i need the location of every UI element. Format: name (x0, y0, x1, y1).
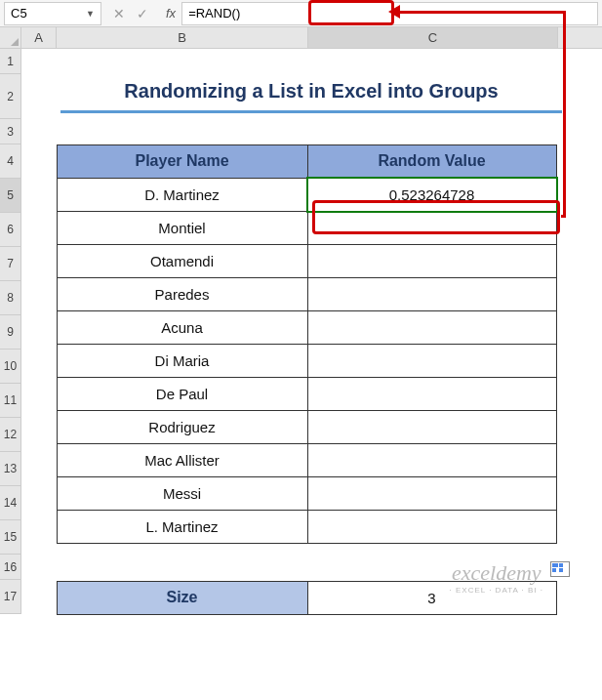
formula-bar: C5 ▼ ✕ ✓ fx =RAND() (0, 0, 602, 27)
column-headers: A B C (0, 27, 602, 49)
table-row: De Paul (57, 377, 556, 410)
formula-icon-group: ✕ ✓ (101, 6, 160, 21)
row-header[interactable]: 4 (0, 144, 21, 179)
col-header-c[interactable]: C (308, 27, 558, 48)
row-header[interactable]: 6 (0, 213, 21, 247)
data-table: Player Name Random Value D. Martinez 0.5… (57, 144, 556, 543)
cell-player[interactable]: Otamendi (57, 244, 308, 278)
table-row: Paredes (57, 277, 556, 310)
cell-random[interactable] (307, 377, 557, 411)
size-label[interactable]: Size (57, 581, 308, 615)
cell-player[interactable]: L. Martinez (57, 510, 308, 544)
row-header[interactable]: 14 (0, 486, 21, 520)
row-header[interactable]: 7 (0, 247, 21, 281)
spreadsheet-grid: 1 2 3 4 5 6 7 8 9 10 11 12 13 14 15 16 1… (0, 49, 602, 614)
cell-player[interactable]: Rodriguez (57, 410, 308, 444)
cell-random[interactable] (307, 310, 557, 345)
annotation-arrow-head (388, 5, 400, 19)
cell-player[interactable]: De Paul (57, 377, 308, 411)
table-row: Di Maria (57, 344, 556, 377)
cell-player[interactable]: Paredes (57, 277, 308, 311)
cell-random[interactable] (307, 277, 557, 311)
cell-random[interactable] (307, 244, 557, 278)
cell-reference: C5 (11, 6, 27, 21)
row-header[interactable]: 9 (0, 315, 21, 350)
cells-area[interactable]: Randomizing a List in Excel into Groups … (21, 49, 602, 614)
cell-random[interactable] (307, 211, 557, 245)
table-row: Rodriguez (57, 410, 556, 443)
table-row: Montiel (57, 211, 556, 244)
page-title: Randomizing a List in Excel into Groups (60, 80, 562, 113)
row-header[interactable]: 1 (0, 49, 21, 74)
cancel-icon[interactable]: ✕ (113, 6, 125, 21)
select-all-button[interactable] (0, 27, 21, 48)
cell-player[interactable]: Acuna (57, 310, 308, 345)
row-header[interactable]: 3 (0, 119, 21, 144)
table-row: Messi (57, 476, 556, 510)
cell-player[interactable]: Di Maria (57, 344, 308, 378)
chevron-down-icon[interactable]: ▼ (86, 9, 95, 19)
header-player[interactable]: Player Name (57, 144, 308, 179)
cell-player[interactable]: D. Martinez (57, 178, 308, 212)
cell-random[interactable] (307, 344, 557, 378)
row-header[interactable]: 8 (0, 281, 21, 315)
header-random[interactable]: Random Value (307, 144, 557, 179)
table-row: D. Martinez 0.523264728 (57, 178, 556, 211)
name-box[interactable]: C5 ▼ (4, 2, 101, 25)
cell-random[interactable]: 0.523264728 (307, 178, 557, 212)
fx-icon[interactable]: fx (160, 6, 181, 21)
row-header[interactable]: 13 (0, 452, 21, 486)
row-header[interactable]: 12 (0, 418, 21, 452)
cell-player[interactable]: Montiel (57, 211, 308, 245)
col-header-b[interactable]: B (57, 27, 308, 48)
watermark-tag: · EXCEL · DATA · BI · (450, 586, 543, 595)
watermark-brand: exceldemy (450, 560, 543, 586)
autofill-options-icon[interactable] (550, 561, 570, 577)
cell-random[interactable] (307, 443, 557, 477)
table-row: Otamendi (57, 244, 556, 277)
cell-player[interactable]: Mac Allister (57, 443, 308, 477)
row-headers: 1 2 3 4 5 6 7 8 9 10 11 12 13 14 15 16 1… (0, 49, 21, 614)
row-header[interactable]: 5 (0, 179, 21, 213)
row-header[interactable]: 16 (0, 555, 21, 580)
watermark: exceldemy · EXCEL · DATA · BI · (450, 560, 543, 595)
table-row: L. Martinez (57, 510, 556, 543)
table-row: Acuna (57, 310, 556, 344)
row-header[interactable]: 10 (0, 350, 21, 384)
row-header[interactable]: 17 (0, 580, 21, 614)
formula-text: =RAND() (188, 6, 240, 21)
table-row: Mac Allister (57, 443, 556, 476)
cell-random[interactable] (307, 510, 557, 544)
col-header-a[interactable]: A (21, 27, 57, 48)
accept-icon[interactable]: ✓ (137, 6, 148, 21)
row-header[interactable]: 11 (0, 384, 21, 418)
row-header[interactable]: 2 (0, 74, 21, 119)
table-header-row: Player Name Random Value (57, 144, 556, 178)
cell-random[interactable] (307, 476, 557, 511)
cell-player[interactable]: Messi (57, 476, 308, 511)
row-header[interactable]: 15 (0, 520, 21, 555)
cell-random[interactable] (307, 410, 557, 444)
